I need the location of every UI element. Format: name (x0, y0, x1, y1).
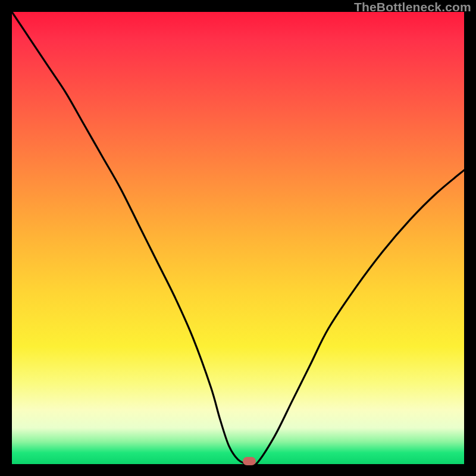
minimum-marker (243, 457, 256, 465)
chart-stage: TheBottleneck.com (0, 0, 476, 476)
plot-area (12, 12, 464, 464)
bottleneck-curve-path (12, 12, 464, 464)
curve-svg (12, 12, 464, 464)
